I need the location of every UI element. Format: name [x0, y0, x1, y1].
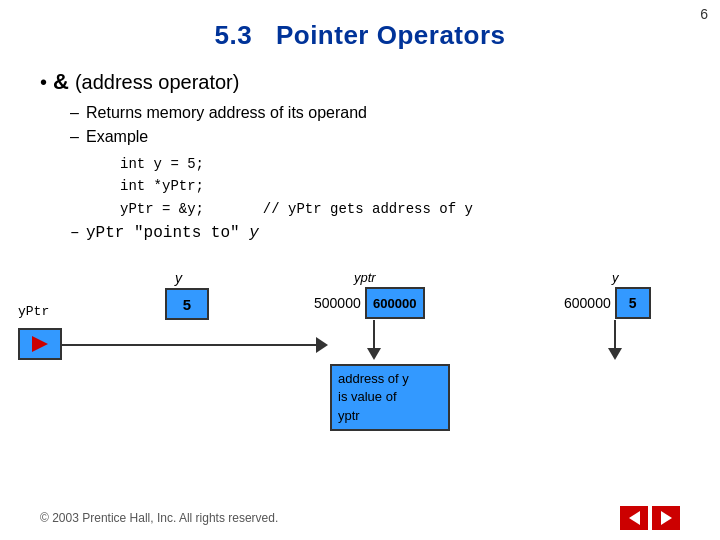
arrow-line-horizontal: [62, 344, 322, 346]
arrow-down-mid: [373, 320, 375, 350]
arrow-down-right: [614, 320, 616, 350]
mid-addr-500000: 500000: [310, 287, 365, 319]
code-block: int y = 5; int *yPtr; yPtr = &y; // yPtr…: [120, 153, 680, 220]
sub-item-example: Example: [70, 125, 680, 149]
right-diagram: y 600000 5: [560, 270, 651, 319]
code-comment: // yPtr gets address of y: [263, 201, 473, 217]
mid-diagram: yptr 500000 600000: [310, 270, 425, 319]
footer: © 2003 Prentice Hall, Inc. All rights re…: [0, 506, 720, 530]
address-note-text: address of yis value ofyptr: [338, 371, 409, 422]
right-y-label: y: [612, 270, 651, 285]
sub-list: Returns memory address of its operand Ex…: [70, 101, 680, 149]
mid-boxes: 500000 600000: [310, 287, 425, 319]
right-addr-600000: 600000: [560, 287, 615, 319]
code-line-1: int y = 5;: [120, 153, 680, 175]
diagram-area: y 5 yPtr yptr 500000 600000 y 600000 5 a…: [0, 270, 720, 430]
title-text: Pointer Operators: [276, 20, 506, 50]
points-to-line: yPtr "points to" y: [70, 224, 680, 242]
slide-content: 5.3 Pointer Operators • & (address opera…: [0, 0, 720, 252]
next-icon: [661, 511, 672, 525]
address-label-box: address of yis value ofyptr: [330, 364, 450, 431]
arrow-head-down-mid: [367, 348, 381, 360]
section-number: 5.3: [215, 20, 253, 50]
points-to-text: "points to": [134, 224, 249, 242]
address-operator-label: (address operator): [75, 71, 240, 94]
arrow-right-icon: [32, 336, 48, 352]
arrow-head-right-icon: [316, 337, 328, 353]
var-y-label: y: [175, 270, 182, 286]
yptr-arrow-box: [18, 328, 62, 360]
code-line-3-text: yPtr = &y;: [120, 201, 204, 217]
code-line-3: yPtr = &y; // yPtr gets address of y: [120, 198, 680, 220]
copyright-text: © 2003 Prentice Hall, Inc. All rights re…: [40, 511, 278, 525]
mid-yptr-label: yptr: [354, 270, 376, 285]
arrow-head-down-right: [608, 348, 622, 360]
main-bullet: • & (address operator): [40, 69, 680, 95]
slide-title: 5.3 Pointer Operators: [40, 20, 680, 51]
points-to-var: y: [249, 224, 259, 242]
sub-item-returns: Returns memory address of its operand: [70, 101, 680, 125]
code-line-2: int *yPtr;: [120, 175, 680, 197]
right-boxes: 600000 5: [560, 287, 651, 319]
prev-button[interactable]: [620, 506, 648, 530]
var-y-box: 5: [165, 288, 209, 320]
prev-icon: [629, 511, 640, 525]
symbol-amp: &: [53, 69, 69, 95]
yptr-left-label: yPtr: [18, 304, 49, 319]
next-button[interactable]: [652, 506, 680, 530]
mid-top-labels: yptr: [310, 270, 384, 285]
yptr-code: yPtr: [86, 224, 124, 242]
page-number: 6: [700, 6, 708, 22]
nav-buttons: [620, 506, 680, 530]
mid-box-600000: 600000: [365, 287, 425, 319]
right-box-5: 5: [615, 287, 651, 319]
